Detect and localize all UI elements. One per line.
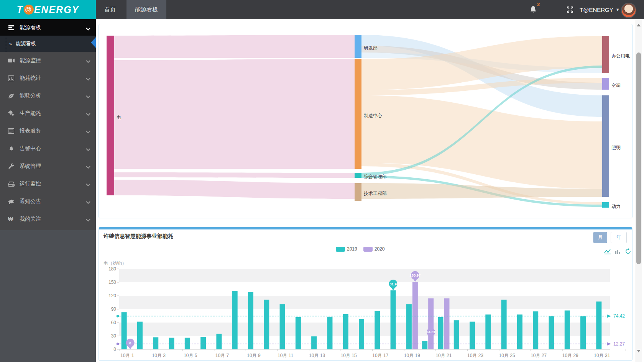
tab-home[interactable]: 首页 [96, 0, 124, 19]
sankey-node-label: 办公用电 [611, 53, 630, 59]
bar-2019[interactable] [596, 301, 601, 349]
sidebar-item-6[interactable]: 告警中心 [0, 140, 96, 157]
sankey-node[interactable] [355, 183, 361, 201]
bar-chart[interactable]: 电（kWh）030609012015018010月 110月 310月 510月… [99, 229, 631, 360]
sidebar-item-4[interactable]: 生产能耗 [0, 105, 96, 122]
sankey-node[interactable] [355, 35, 361, 58]
x-tick-label: 10月 17 [372, 353, 388, 358]
y-tick-label: 0 [113, 347, 116, 352]
sidebar-item-9[interactable]: 通知公告 [0, 193, 96, 210]
sidebar-item-2[interactable]: 能耗统计 [0, 69, 96, 87]
sidebar-item-5[interactable]: 报表服务 [0, 122, 96, 140]
sankey-node[interactable] [107, 36, 114, 195]
marker-pin-label: 131.96 [388, 282, 399, 286]
bar-2019[interactable] [232, 291, 238, 349]
bar-2019[interactable] [375, 311, 380, 349]
scrollbar-thumb[interactable] [636, 52, 641, 264]
sankey-node[interactable] [355, 59, 361, 169]
sidebar-item-1[interactable]: 能源监控 [0, 52, 96, 69]
sankey-node[interactable] [602, 36, 609, 73]
bar-2020[interactable] [444, 298, 449, 349]
bar-2019[interactable] [311, 336, 317, 349]
avatar[interactable] [621, 3, 636, 18]
bar-2019[interactable] [264, 300, 269, 350]
report-icon [8, 128, 15, 134]
tab-energy-board[interactable]: 能源看板 [127, 0, 166, 19]
x-tick-label: 10月 27 [531, 353, 547, 358]
sankey-node[interactable] [602, 95, 609, 197]
bar-2020[interactable] [428, 298, 434, 349]
stats-icon [8, 75, 15, 81]
sidebar-item-7[interactable]: 系统管理 [0, 157, 96, 175]
sankey-node-label: 照明 [611, 145, 621, 150]
bar-2019[interactable] [327, 317, 332, 349]
x-tick-label: 10月 31 [594, 353, 610, 358]
bar-2019[interactable] [248, 292, 253, 349]
bar-2019[interactable] [359, 319, 364, 349]
bar-2019[interactable] [422, 341, 427, 349]
bar-2019[interactable] [406, 304, 412, 349]
bar-2019[interactable] [216, 334, 222, 349]
x-tick-label: 10月 11 [278, 353, 293, 358]
y-tick-label: 60 [111, 320, 117, 325]
sidebar-item-label: 能耗分析 [20, 92, 41, 99]
bar-2020[interactable] [412, 282, 418, 349]
bar-2019[interactable] [454, 320, 459, 349]
bar-2019[interactable] [391, 290, 396, 349]
account-label: T@ENERGY [580, 7, 613, 13]
average-value-label: 74.42 [613, 313, 625, 319]
y-tick-label: 150 [108, 280, 116, 285]
sankey-node[interactable] [602, 202, 609, 208]
chevron-down-icon [86, 111, 90, 117]
sankey-node[interactable] [602, 78, 609, 90]
sankey-diagram[interactable]: 电研发部制造中心综合管理部技术工程部办公用电空调照明动力 [99, 24, 631, 217]
sankey-node[interactable] [355, 173, 361, 178]
account-menu[interactable]: T@ENERGY ▼ [580, 0, 620, 19]
cogs-icon [8, 110, 15, 116]
fullscreen-icon[interactable] [566, 6, 574, 13]
sidebar-subitem-energy-board[interactable]: » 能源看板 [0, 36, 96, 52]
bar-2019[interactable] [200, 337, 206, 349]
bar-2019[interactable] [580, 316, 586, 349]
chevron-down-icon [86, 164, 90, 170]
leaf-icon [8, 93, 15, 99]
bell-icon [8, 146, 15, 152]
x-tick-label: 10月 7 [215, 353, 229, 358]
sidebar-item-energy-board[interactable]: 能源看板 [0, 19, 96, 36]
x-tick-label: 10月 21 [435, 353, 452, 358]
sidebar-item-8[interactable]: 运行监控 [0, 175, 96, 193]
bar-2019[interactable] [137, 322, 143, 349]
vertical-scrollbar[interactable] [635, 19, 642, 362]
bar-2019[interactable] [296, 317, 301, 349]
x-tick-label: 10月 1 [120, 353, 134, 358]
bar-2019[interactable] [185, 338, 190, 349]
video-icon [8, 57, 15, 64]
bar-2019[interactable] [169, 338, 174, 349]
bar-2019[interactable] [470, 322, 475, 349]
bar-2019[interactable] [280, 304, 285, 349]
x-tick-label: 10月 9 [247, 353, 261, 358]
sidebar: 能源看板 » 能源看板 能源监控能耗统计能耗分析生产能耗报表服务告警中心系统管理… [0, 19, 96, 362]
won-icon: ₩ [8, 216, 15, 222]
bar-2019[interactable] [153, 337, 158, 350]
x-tick-label: 10月 29 [562, 353, 578, 358]
x-tick-label: 10月 25 [499, 353, 515, 358]
bar-2019[interactable] [501, 300, 507, 350]
bar-2019[interactable] [517, 314, 522, 349]
active-flag-icon [91, 37, 96, 48]
sankey-node-label: 技术工程部 [363, 191, 387, 196]
bar-2019[interactable] [485, 314, 491, 349]
sankey-node-label: 制造中心 [364, 113, 382, 118]
grid-band [119, 269, 610, 282]
sidebar-item-10[interactable]: ₩我的关注 [0, 210, 96, 228]
x-tick-label: 10月 23 [467, 353, 483, 358]
sidebar-item-3[interactable]: 能耗分析 [0, 87, 96, 105]
bar-2019[interactable] [549, 316, 554, 349]
marker-pin-label: 24.01 [426, 330, 435, 334]
scroll-up-arrow-icon[interactable] [637, 24, 641, 26]
y-axis-unit: 电（kWh） [104, 260, 127, 266]
bar-2019[interactable] [438, 317, 443, 349]
svg-text:₩: ₩ [8, 216, 13, 222]
scroll-down-arrow-icon[interactable] [637, 350, 641, 352]
x-tick-label: 10月 5 [184, 353, 197, 358]
